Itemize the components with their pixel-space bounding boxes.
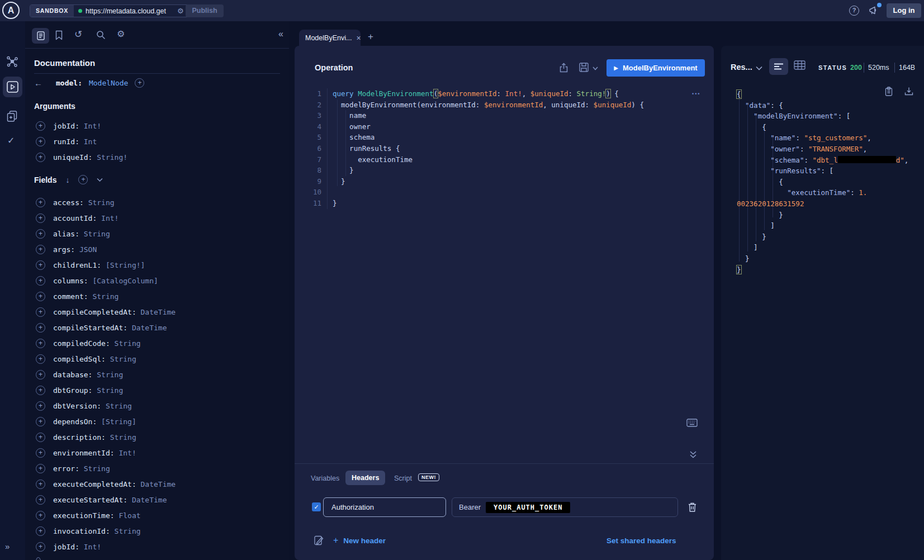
add-field-to-query-button[interactable]: + <box>36 511 45 520</box>
field-signature[interactable]: access: String <box>53 198 115 207</box>
close-tab-icon[interactable]: × <box>356 34 361 42</box>
field-signature[interactable]: database: String <box>53 371 123 379</box>
sort-fields-icon[interactable]: ↓ <box>65 175 69 184</box>
expand-rail-icon[interactable]: » <box>5 542 10 551</box>
collapse-bottom-panel-icon[interactable] <box>689 450 697 459</box>
tab-headers[interactable]: Headers <box>345 471 385 485</box>
add-field-to-query-button[interactable]: + <box>36 557 41 560</box>
add-field-to-query-button[interactable]: + <box>36 229 45 239</box>
field-signature[interactable]: dbtGroup: String <box>53 386 123 395</box>
field-signature[interactable]: compileStartedAt: DateTime <box>53 324 167 332</box>
add-field-to-query-button[interactable]: + <box>36 323 45 333</box>
add-field-to-query-button[interactable]: + <box>36 307 45 317</box>
add-field-to-query-button[interactable]: + <box>36 433 45 442</box>
header-enabled-checkbox[interactable]: ✓ <box>312 502 321 511</box>
field-signature[interactable]: environmentId: Int! <box>53 449 136 457</box>
save-operation-icon[interactable] <box>579 63 589 72</box>
table-view-toggle-icon[interactable] <box>794 60 805 70</box>
schema-graph-icon[interactable] <box>6 55 18 68</box>
field-signature[interactable]: compiledCode: String <box>53 339 141 348</box>
field-signature[interactable]: error: String <box>53 464 110 473</box>
add-field-to-query-button[interactable]: + <box>36 480 45 489</box>
field-signature[interactable]: alias: String <box>53 230 110 238</box>
breadcrumb-type-link[interactable]: ModelNode <box>89 79 128 87</box>
search-icon[interactable] <box>96 30 106 40</box>
field-signature[interactable]: compiledSql: String <box>53 355 136 363</box>
field-signature[interactable]: description: String <box>53 433 136 442</box>
set-shared-headers-link[interactable]: Set shared headers <box>606 537 676 545</box>
add-field-to-query-button[interactable]: + <box>36 464 45 473</box>
operation-tab[interactable]: ModelByEnvi... × <box>299 30 361 46</box>
field-signature[interactable]: dbtVersion: String <box>53 402 132 410</box>
field-signature[interactable]: runId: Int <box>53 137 97 146</box>
header-key-input[interactable]: Authorization <box>323 497 446 517</box>
field-signature[interactable]: compileCompletedAt: DateTime <box>53 308 176 316</box>
field-signature[interactable]: args: JSON <box>53 245 97 254</box>
bookmarks-icon[interactable] <box>55 30 63 41</box>
field-signature[interactable]: jobId: Int! <box>53 122 101 130</box>
help-icon[interactable]: ? <box>849 6 859 16</box>
share-operation-icon[interactable] <box>559 63 568 73</box>
settings-gear-icon[interactable]: ⚙ <box>117 29 125 39</box>
add-field-to-query-button[interactable]: + <box>36 448 45 458</box>
documentation-tab-active[interactable] <box>32 28 49 44</box>
add-field-to-query-button[interactable]: + <box>36 417 45 426</box>
apollo-logo[interactable]: A <box>2 2 20 19</box>
field-signature[interactable]: accountId: Int! <box>53 214 119 222</box>
add-field-to-query-button[interactable]: + <box>36 121 45 131</box>
auth-token-value[interactable]: YOUR_AUTH_TOKEN <box>486 502 570 513</box>
add-field-to-query-button[interactable]: + <box>36 213 45 223</box>
field-signature[interactable]: executeStartedAt: DateTime <box>53 496 167 504</box>
add-field-to-query-button[interactable]: + <box>36 354 45 364</box>
keyboard-shortcuts-icon[interactable] <box>686 419 698 427</box>
new-tab-button[interactable]: + <box>368 31 373 42</box>
add-field-to-query-button[interactable]: + <box>36 401 45 411</box>
collapse-panel-icon[interactable]: « <box>278 29 283 39</box>
add-field-to-query-button[interactable]: + <box>36 153 45 162</box>
field-signature[interactable]: dependsOn: [String] <box>53 417 136 426</box>
explorer-play-icon[interactable] <box>7 81 18 93</box>
field-signature[interactable]: uniqueId: String! <box>53 153 127 162</box>
checks-icon[interactable]: ✓ <box>7 135 15 146</box>
add-field-to-query-button[interactable]: + <box>36 386 45 395</box>
add-field-to-query-button[interactable]: + <box>36 198 45 207</box>
editor-overflow-menu-icon[interactable]: ••• <box>692 91 700 97</box>
add-field-to-query-button[interactable]: + <box>36 276 45 286</box>
connection-settings-gear-icon[interactable]: ⚙ <box>177 7 184 15</box>
field-signature[interactable]: executeCompletedAt: DateTime <box>53 480 176 488</box>
add-field-to-query-button[interactable]: + <box>36 526 45 536</box>
add-field-to-query-button[interactable]: + <box>36 542 45 552</box>
raw-view-toggle-active[interactable] <box>769 58 788 75</box>
header-value-input[interactable]: Bearer YOUR_AUTH_TOKEN <box>452 497 678 517</box>
new-header-button[interactable]: + New header <box>333 535 386 545</box>
add-all-fields-button[interactable]: + <box>135 78 144 88</box>
login-button[interactable]: Log in <box>887 3 921 18</box>
add-field-to-query-button[interactable]: + <box>36 137 45 146</box>
add-field-to-query-button[interactable]: + <box>36 495 45 505</box>
query-editor[interactable]: query ModelByEnvironment($environmentId:… <box>333 88 644 209</box>
history-icon[interactable]: ↺ <box>74 29 82 40</box>
response-dropdown-chevron-icon[interactable] <box>756 66 762 70</box>
save-options-chevron-icon[interactable] <box>593 67 598 70</box>
field-signature[interactable]: jobId: Int! <box>53 543 101 551</box>
run-operation-button[interactable]: ▶ ModelByEnvironment <box>606 59 705 77</box>
field-signature[interactable]: columns: [CatalogColumn] <box>53 277 158 285</box>
tab-variables[interactable]: Variables <box>311 474 339 482</box>
add-all-fields-button[interactable]: + <box>78 175 88 184</box>
fields-options-chevron-icon[interactable] <box>97 178 103 182</box>
add-field-to-query-button[interactable]: + <box>36 245 45 254</box>
back-arrow-icon[interactable]: ← <box>34 78 42 88</box>
endpoint-url-text[interactable]: https://metadata.cloud.get <box>86 7 174 15</box>
add-field-to-query-button[interactable]: + <box>36 292 45 301</box>
publish-button[interactable]: Publish <box>186 4 224 17</box>
delete-header-icon[interactable] <box>688 502 697 512</box>
environment-variables-icon[interactable] <box>314 535 324 546</box>
add-field-to-query-button[interactable]: + <box>36 370 45 379</box>
field-signature[interactable]: executionTime: Float <box>53 511 141 520</box>
field-signature[interactable]: invocationId: String <box>53 527 141 535</box>
endpoint-url-input[interactable]: https://metadata.cloud.get ⚙ <box>74 5 190 17</box>
response-json-viewer[interactable]: { "data": { "modelByEnvironment": [ { "n… <box>737 89 908 275</box>
tab-script[interactable]: Script <box>394 474 412 482</box>
collections-pages-icon[interactable] <box>6 110 18 122</box>
field-signature[interactable]: childrenL1: [String!] <box>53 261 145 269</box>
